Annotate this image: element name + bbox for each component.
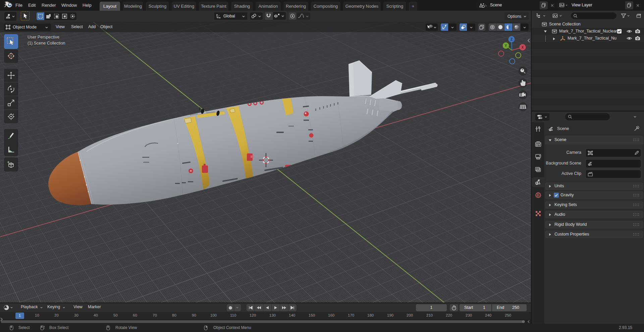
svg-text:Y: Y [505, 44, 507, 48]
svg-text:Z: Z [511, 38, 513, 41]
svg-text:X: X [522, 46, 524, 49]
